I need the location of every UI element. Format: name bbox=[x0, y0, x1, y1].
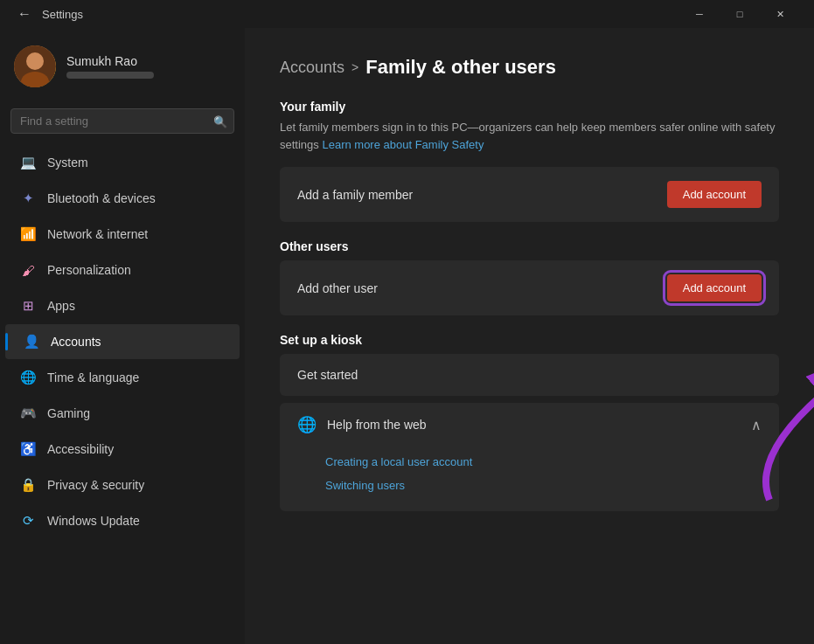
your-family-title: Your family bbox=[280, 100, 779, 114]
add-other-user-button[interactable]: Add account bbox=[667, 274, 762, 301]
sidebar-item-system[interactable]: 💻 System bbox=[5, 145, 240, 180]
help-links: Creating a local user accountSwitching u… bbox=[280, 447, 779, 511]
sidebar-item-label: Accounts bbox=[51, 335, 101, 349]
app-body: Sumukh Rao 🔍 💻 System ✦ Bluetooth & devi… bbox=[0, 28, 814, 644]
system-icon: 💻 bbox=[19, 154, 37, 171]
avatar bbox=[14, 45, 56, 87]
personalization-icon: 🖌 bbox=[19, 261, 37, 279]
sidebar-item-label: Apps bbox=[47, 299, 75, 313]
sidebar-item-gaming[interactable]: 🎮 Gaming bbox=[5, 396, 240, 431]
sidebar-item-label: Time & language bbox=[47, 370, 139, 384]
update-icon: ⟳ bbox=[19, 512, 37, 530]
user-section: Sumukh Rao bbox=[0, 35, 245, 98]
time-icon: 🌐 bbox=[19, 369, 37, 386]
learn-more-link[interactable]: Learn more about Family Safety bbox=[322, 138, 484, 151]
app-title: Settings bbox=[42, 8, 679, 21]
privacy-icon: 🔒 bbox=[19, 476, 37, 494]
add-other-user-row: Add other user Add account bbox=[280, 260, 779, 315]
sidebar-item-network[interactable]: 📶 Network & internet bbox=[5, 217, 240, 252]
kiosk-title: Set up a kiosk bbox=[280, 333, 779, 347]
sidebar-item-accessibility[interactable]: ♿ Accessibility bbox=[5, 432, 240, 467]
sidebar-item-label: Personalization bbox=[47, 263, 131, 277]
add-family-button[interactable]: Add account bbox=[667, 181, 762, 208]
active-indicator bbox=[5, 333, 8, 350]
add-family-card: Add a family member Add account bbox=[280, 167, 779, 222]
user-name: Sumukh Rao bbox=[66, 54, 154, 68]
sidebar-item-apps[interactable]: ⊞ Apps bbox=[5, 288, 240, 323]
search-input[interactable] bbox=[10, 108, 234, 134]
accessibility-icon: ♿ bbox=[19, 440, 37, 458]
search-box: 🔍 bbox=[10, 108, 234, 134]
minimize-button[interactable]: ─ bbox=[679, 0, 720, 28]
sidebar-item-personalization[interactable]: 🖌 Personalization bbox=[5, 253, 240, 287]
breadcrumb-current: Family & other users bbox=[365, 56, 556, 79]
bluetooth-icon: ✦ bbox=[19, 190, 37, 207]
sidebar-item-accounts[interactable]: 👤 Accounts bbox=[5, 324, 240, 359]
help-header[interactable]: 🌐 Help from the web ∧ bbox=[280, 403, 779, 447]
breadcrumb: Accounts > Family & other users bbox=[280, 56, 779, 79]
search-icon: 🔍 bbox=[213, 114, 227, 128]
help-title: Help from the web bbox=[327, 418, 427, 432]
titlebar: ← Settings ─ □ ✕ bbox=[0, 0, 814, 28]
breadcrumb-accounts: Accounts bbox=[280, 59, 344, 77]
add-family-label: Add a family member bbox=[297, 188, 413, 202]
add-other-user-card: Add other user Add account bbox=[280, 260, 779, 315]
sidebar-item-label: Gaming bbox=[47, 406, 90, 420]
sidebar-item-privacy[interactable]: 🔒 Privacy & security bbox=[5, 467, 240, 502]
sidebar-item-label: Windows Update bbox=[47, 514, 140, 528]
sidebar-item-label: Accessibility bbox=[47, 442, 114, 456]
help-section: 🌐 Help from the web ∧ Creating a local u… bbox=[280, 403, 779, 511]
gaming-icon: 🎮 bbox=[19, 405, 37, 422]
kiosk-row: Get started bbox=[280, 354, 779, 396]
apps-icon: ⊞ bbox=[19, 297, 37, 315]
sidebar-item-label: Network & internet bbox=[47, 227, 148, 241]
close-button[interactable]: ✕ bbox=[760, 0, 800, 28]
sidebar-item-update[interactable]: ⟳ Windows Update bbox=[5, 503, 240, 538]
user-email-bar bbox=[66, 72, 154, 79]
main-content: Accounts > Family & other users Your fam… bbox=[245, 28, 814, 644]
maximize-button[interactable]: □ bbox=[720, 0, 760, 28]
kiosk-card: Get started bbox=[280, 354, 779, 396]
sidebar-item-label: System bbox=[47, 156, 88, 170]
accounts-icon: 👤 bbox=[23, 333, 40, 350]
sidebar-item-bluetooth[interactable]: ✦ Bluetooth & devices bbox=[5, 181, 240, 216]
breadcrumb-separator: > bbox=[351, 60, 358, 74]
get-started-label: Get started bbox=[297, 368, 358, 382]
network-icon: 📶 bbox=[19, 225, 37, 243]
add-other-user-label: Add other user bbox=[297, 281, 378, 295]
add-family-row: Add a family member Add account bbox=[280, 167, 779, 222]
window-controls: ─ □ ✕ bbox=[679, 0, 800, 28]
help-header-left: 🌐 Help from the web bbox=[297, 415, 427, 434]
your-family-desc: Let family members sign in to this PC—or… bbox=[280, 119, 779, 153]
sidebar-item-label: Bluetooth & devices bbox=[47, 191, 156, 205]
back-button[interactable]: ← bbox=[14, 3, 35, 24]
sidebar-item-label: Privacy & security bbox=[47, 478, 144, 492]
user-info: Sumukh Rao bbox=[66, 54, 154, 79]
svg-point-1 bbox=[26, 52, 44, 70]
sidebar-item-time[interactable]: 🌐 Time & language bbox=[5, 360, 240, 395]
sidebar: Sumukh Rao 🔍 💻 System ✦ Bluetooth & devi… bbox=[0, 28, 245, 644]
globe-icon: 🌐 bbox=[297, 415, 317, 434]
help-link[interactable]: Switching users bbox=[325, 474, 762, 497]
other-users-title: Other users bbox=[280, 239, 779, 253]
nav-items: 💻 System ✦ Bluetooth & devices 📶 Network… bbox=[0, 144, 245, 539]
help-expand-icon: ∧ bbox=[751, 417, 762, 433]
help-link[interactable]: Creating a local user account bbox=[325, 450, 762, 474]
